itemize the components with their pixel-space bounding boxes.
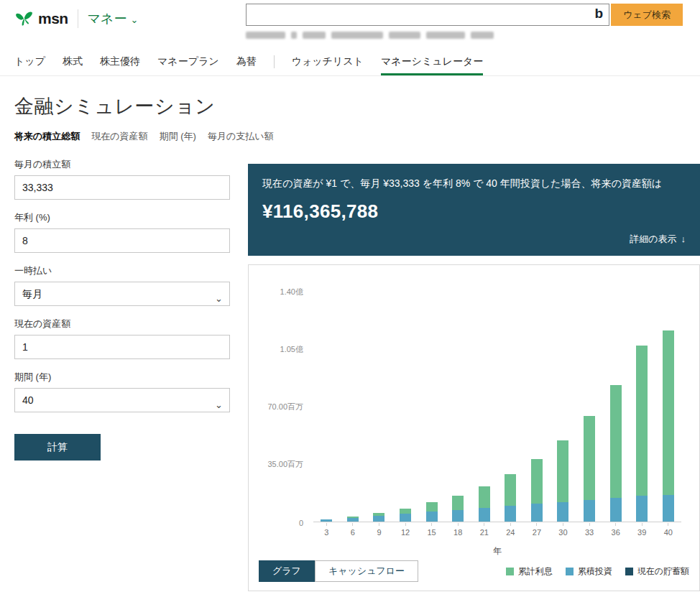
primary-nav: トップ 株式 株主優待 マネープラン 為替 ウォッチリスト マネーシミュレーター bbox=[0, 47, 700, 76]
tab-cashflow[interactable]: キャッシュフロー bbox=[315, 560, 418, 582]
bar-slot bbox=[392, 292, 419, 522]
x-tick-label: 39 bbox=[629, 523, 655, 537]
redacted-text bbox=[246, 32, 285, 39]
y-tick-label: 70.00百万 bbox=[267, 402, 303, 412]
chevron-down-icon[interactable]: ⌄ bbox=[131, 14, 139, 25]
x-tick-label: 33 bbox=[576, 523, 603, 537]
y-axis: 035.00百万70.00百万1.05億1.40億 bbox=[249, 292, 309, 522]
period-years-select[interactable]: 40 bbox=[14, 388, 230, 412]
simulation-form: 毎月の積立額 年利 (%) 一時払い 毎月 ⌄ 現在の資産額 期間 (年) 4 bbox=[14, 158, 230, 461]
nav-item-money-simulator[interactable]: マネーシミュレーター bbox=[381, 47, 483, 75]
bar-slot bbox=[445, 292, 471, 522]
legend-label: 累計利息 bbox=[518, 565, 553, 578]
stacked-bar-year-40[interactable] bbox=[663, 330, 674, 522]
stacked-bar-year-15[interactable] bbox=[426, 502, 438, 522]
redacted-links-row bbox=[246, 32, 683, 39]
bar-segment bbox=[663, 330, 674, 495]
result-summary: 現在の資産が ¥1 で、毎月 ¥33,333 を年利 8% で 40 年間投資し… bbox=[262, 176, 686, 191]
stacked-bar-year-9[interactable] bbox=[373, 513, 384, 522]
down-arrow-icon[interactable]: ↓ bbox=[681, 233, 686, 244]
nav-item-shareholder-benefits[interactable]: 株主優待 bbox=[100, 47, 140, 75]
y-tick-label: 1.40億 bbox=[280, 287, 303, 297]
redacted-text bbox=[426, 32, 465, 39]
legend-item-investment: 累積投資 bbox=[566, 565, 612, 578]
legend-swatch-navy bbox=[625, 568, 633, 575]
subtab-period[interactable]: 期間 (年) bbox=[160, 130, 196, 143]
bar-slot bbox=[313, 292, 340, 522]
subtab-current-assets[interactable]: 現在の資産額 bbox=[91, 130, 147, 143]
bar-segment bbox=[557, 440, 568, 502]
payment-frequency-select[interactable]: 毎月 bbox=[14, 282, 230, 306]
bar-segment bbox=[321, 519, 332, 522]
chart-view-tabs: グラフ キャッシュフロー bbox=[259, 560, 418, 582]
legend-swatch-blue bbox=[566, 568, 574, 575]
stacked-bar-year-21[interactable] bbox=[479, 486, 490, 522]
current-assets-input[interactable] bbox=[14, 335, 230, 359]
show-details-link[interactable]: 詳細の表示 bbox=[630, 233, 676, 244]
results-column: 現在の資産が ¥1 で、毎月 ¥33,333 を年利 8% で 40 年間投資し… bbox=[248, 164, 700, 591]
brand-divider bbox=[78, 9, 78, 28]
x-tick-label: 27 bbox=[524, 523, 551, 537]
subtab-monthly-payment[interactable]: 毎月の支払い額 bbox=[208, 130, 274, 143]
legend-label: 現在の貯蓄額 bbox=[637, 565, 689, 578]
bar-segment bbox=[610, 385, 622, 498]
simulator-subtabs: 将来の積立総額 現在の資産額 期間 (年) 毎月の支払い額 bbox=[0, 119, 700, 143]
bar-slot bbox=[340, 292, 367, 522]
nav-item-fx[interactable]: 為替 bbox=[236, 47, 257, 75]
bar-slot bbox=[576, 292, 603, 522]
field-period-years: 期間 (年) 40 ⌄ bbox=[14, 371, 230, 412]
x-tick-label: 21 bbox=[471, 523, 497, 537]
bar-slot bbox=[524, 292, 551, 522]
stacked-bar-year-12[interactable] bbox=[400, 509, 411, 522]
stacked-bar-year-18[interactable] bbox=[452, 496, 464, 522]
msn-butterfly-icon[interactable] bbox=[14, 9, 34, 28]
msn-wordmark[interactable]: msn bbox=[38, 10, 68, 27]
subtab-future-total[interactable]: 将来の積立総額 bbox=[14, 130, 80, 143]
nav-item-watchlist[interactable]: ウォッチリスト bbox=[292, 47, 364, 75]
search-input[interactable] bbox=[246, 4, 609, 26]
stacked-bar-year-3[interactable] bbox=[321, 519, 332, 522]
calculate-button[interactable]: 計算 bbox=[14, 434, 101, 461]
redacted-text bbox=[291, 32, 297, 39]
nav-item-stocks[interactable]: 株式 bbox=[63, 47, 83, 75]
bar-segment bbox=[426, 502, 438, 512]
stacked-bar-year-27[interactable] bbox=[531, 459, 543, 522]
main-content: 金融シミュレーション 将来の積立総額 現在の資産額 期間 (年) 毎月の支払い額… bbox=[0, 76, 700, 597]
tab-graph[interactable]: グラフ bbox=[259, 560, 315, 582]
chart-controls: グラフ キャッシュフロー 累計利息 累積投資 現在の貯蓄額 bbox=[259, 560, 689, 582]
stacked-bar-year-33[interactable] bbox=[584, 416, 595, 522]
x-tick-label: 12 bbox=[392, 523, 419, 537]
stacked-bar-year-36[interactable] bbox=[610, 385, 622, 522]
bar-segment bbox=[479, 486, 490, 508]
annual-rate-input[interactable] bbox=[14, 228, 230, 253]
web-search-button[interactable]: ウェブ検索 bbox=[611, 4, 683, 26]
nav-item-top[interactable]: トップ bbox=[14, 47, 45, 75]
redacted-text bbox=[389, 32, 420, 39]
field-current-assets: 現在の資産額 bbox=[14, 318, 230, 359]
x-axis-title: 年 bbox=[313, 545, 681, 557]
x-tick-label: 40 bbox=[655, 523, 682, 537]
nav-divider bbox=[274, 55, 275, 68]
monthly-contribution-input[interactable] bbox=[14, 175, 230, 200]
bar-slot bbox=[602, 292, 629, 522]
stacked-bar-year-24[interactable] bbox=[505, 474, 516, 522]
bar-segment bbox=[400, 509, 411, 514]
search-area: b ウェブ検索 bbox=[246, 4, 683, 39]
result-panel: 現在の資産が ¥1 で、毎月 ¥33,333 を年利 8% で 40 年間投資し… bbox=[248, 164, 700, 256]
field-label: 毎月の積立額 bbox=[14, 158, 230, 171]
bar-segment bbox=[505, 506, 516, 522]
stacked-bar-year-39[interactable] bbox=[636, 346, 648, 522]
bar-segment bbox=[400, 514, 411, 522]
vertical-name[interactable]: マネー bbox=[88, 10, 127, 27]
stacked-bar-year-30[interactable] bbox=[557, 440, 568, 522]
bar-segment bbox=[531, 504, 543, 522]
stacked-bar-year-6[interactable] bbox=[347, 517, 359, 522]
bar-slot bbox=[418, 292, 445, 522]
x-tick-label: 36 bbox=[602, 523, 629, 537]
field-label: 現在の資産額 bbox=[14, 318, 230, 330]
nav-item-money-plan[interactable]: マネープラン bbox=[157, 47, 219, 75]
bar-slot bbox=[655, 292, 682, 522]
bar-segment bbox=[505, 474, 516, 506]
field-label: 一時払い bbox=[14, 264, 230, 277]
brand-block: msn マネー ⌄ bbox=[14, 9, 138, 28]
